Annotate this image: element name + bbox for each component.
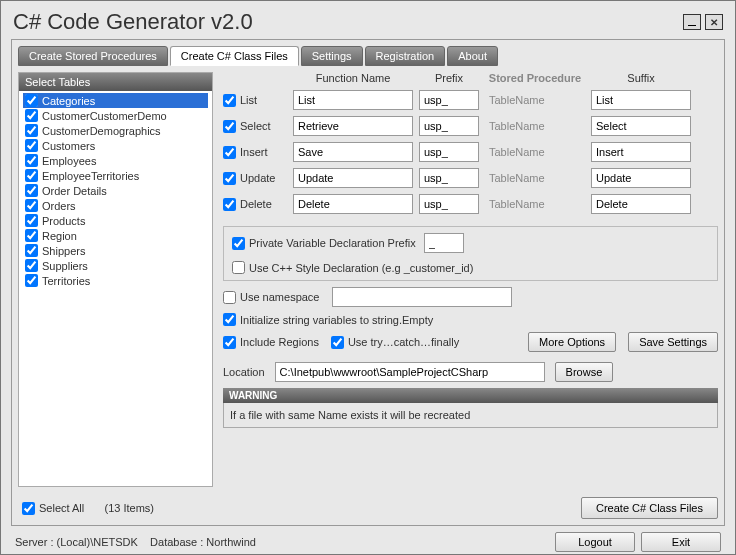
use-try-catch-checkbox[interactable]: Use try…catch…finally	[331, 336, 459, 349]
func-suffix-input[interactable]	[591, 168, 691, 188]
create-class-files-button[interactable]: Create C# Class Files	[581, 497, 718, 519]
table-row[interactable]: Products	[23, 213, 208, 228]
table-checkbox[interactable]	[25, 199, 38, 212]
func-prefix-input[interactable]	[419, 116, 479, 136]
func-name-input[interactable]	[293, 116, 413, 136]
bottom-row: Select All (13 Items) Create C# Class Fi…	[18, 497, 718, 519]
tables-list[interactable]: CategoriesCustomerCustomerDemoCustomerDe…	[19, 91, 212, 486]
table-checkbox[interactable]	[25, 259, 38, 272]
pvdp-input[interactable]	[424, 233, 464, 253]
options-group: Use namespace Initialize string variable…	[223, 287, 718, 352]
pvdp-checkbox[interactable]: Private Variable Declaration Prefix	[232, 237, 416, 250]
tab-about[interactable]: About	[447, 46, 498, 66]
function-columns-header: Function Name Prefix Stored Procedure Su…	[293, 72, 718, 84]
tables-panel-header: Select Tables	[19, 73, 212, 91]
table-row[interactable]: CustomerCustomerDemo	[23, 108, 208, 123]
tab-create-c-class-files[interactable]: Create C# Class Files	[170, 46, 299, 66]
logout-button[interactable]: Logout	[555, 532, 635, 552]
table-checkbox[interactable]	[25, 244, 38, 257]
more-options-button[interactable]: More Options	[528, 332, 616, 352]
table-checkbox[interactable]	[25, 139, 38, 152]
func-prefix-input[interactable]	[419, 168, 479, 188]
table-row[interactable]: CustomerDemographics	[23, 123, 208, 138]
cpp-style-checkbox[interactable]: Use C++ Style Declaration (e.g _customer…	[232, 261, 473, 274]
warning-body: If a file with same Name exists it will …	[223, 403, 718, 428]
table-row[interactable]: Shippers	[23, 243, 208, 258]
select-all-checkbox[interactable]: Select All (13 Items)	[22, 502, 154, 515]
function-row: SelectTableName	[223, 116, 718, 136]
col-stored-procedure: Stored Procedure	[485, 72, 585, 84]
tab-settings[interactable]: Settings	[301, 46, 363, 66]
table-name: Categories	[42, 95, 95, 107]
location-row: Location Browse	[223, 362, 718, 382]
functions-grid: ListTableNameSelectTableNameInsertTableN…	[223, 90, 718, 220]
close-button[interactable]: ✕	[705, 14, 723, 30]
func-enable-list[interactable]: List	[223, 94, 287, 107]
table-row[interactable]: Territories	[23, 273, 208, 288]
warning-header: WARNING	[223, 388, 718, 403]
func-suffix-input[interactable]	[591, 194, 691, 214]
func-tablename: TableName	[485, 94, 585, 106]
table-checkbox[interactable]	[25, 169, 38, 182]
func-enable-select[interactable]: Select	[223, 120, 287, 133]
items-count: (13 Items)	[104, 502, 154, 514]
save-settings-button[interactable]: Save Settings	[628, 332, 718, 352]
func-suffix-input[interactable]	[591, 142, 691, 162]
exit-button[interactable]: Exit	[641, 532, 721, 552]
function-row: UpdateTableName	[223, 168, 718, 188]
table-name: CustomerCustomerDemo	[42, 110, 167, 122]
table-checkbox[interactable]	[25, 154, 38, 167]
table-row[interactable]: EmployeeTerritories	[23, 168, 208, 183]
options-row: Include Regions Use try…catch…finally Mo…	[223, 332, 718, 352]
use-namespace-checkbox[interactable]: Use namespace	[223, 287, 718, 307]
func-name-input[interactable]	[293, 90, 413, 110]
table-checkbox[interactable]	[25, 124, 38, 137]
table-row[interactable]: Suppliers	[23, 258, 208, 273]
table-row[interactable]: Region	[23, 228, 208, 243]
table-name: Employees	[42, 155, 96, 167]
col-function-name: Function Name	[293, 72, 413, 84]
table-name: CustomerDemographics	[42, 125, 161, 137]
table-checkbox[interactable]	[25, 94, 38, 107]
table-row[interactable]: Categories	[23, 93, 208, 108]
func-enable-delete[interactable]: Delete	[223, 198, 287, 211]
func-name-input[interactable]	[293, 142, 413, 162]
browse-button[interactable]: Browse	[555, 362, 614, 382]
func-enable-insert[interactable]: Insert	[223, 146, 287, 159]
location-label: Location	[223, 366, 265, 378]
table-checkbox[interactable]	[25, 274, 38, 287]
table-row[interactable]: Orders	[23, 198, 208, 213]
main-area: Select Tables CategoriesCustomerCustomer…	[18, 72, 718, 487]
func-prefix-input[interactable]	[419, 194, 479, 214]
include-regions-checkbox[interactable]: Include Regions	[223, 336, 319, 349]
table-checkbox[interactable]	[25, 184, 38, 197]
func-tablename: TableName	[485, 146, 585, 158]
app-window: C# Code Generator v2.0 ✕ Create Stored P…	[0, 0, 736, 555]
status-text: Server : (Local)\NETSDK Database : North…	[15, 536, 256, 548]
func-tablename: TableName	[485, 120, 585, 132]
table-row[interactable]: Employees	[23, 153, 208, 168]
table-checkbox[interactable]	[25, 229, 38, 242]
func-suffix-input[interactable]	[591, 90, 691, 110]
func-suffix-input[interactable]	[591, 116, 691, 136]
func-enable-update[interactable]: Update	[223, 172, 287, 185]
table-checkbox[interactable]	[25, 214, 38, 227]
func-name-input[interactable]	[293, 168, 413, 188]
table-checkbox[interactable]	[25, 109, 38, 122]
content-area: Create Stored ProceduresCreate C# Class …	[11, 39, 725, 526]
function-row: ListTableName	[223, 90, 718, 110]
function-row: InsertTableName	[223, 142, 718, 162]
init-string-checkbox[interactable]: Initialize string variables to string.Em…	[223, 313, 718, 326]
minimize-button[interactable]	[683, 14, 701, 30]
namespace-input[interactable]	[332, 287, 512, 307]
tab-registration[interactable]: Registration	[365, 46, 446, 66]
status-bar: Server : (Local)\NETSDK Database : North…	[1, 532, 735, 555]
table-row[interactable]: Customers	[23, 138, 208, 153]
location-input[interactable]	[275, 362, 545, 382]
func-prefix-input[interactable]	[419, 90, 479, 110]
tab-create-stored-procedures[interactable]: Create Stored Procedures	[18, 46, 168, 66]
status-buttons: Logout Exit	[555, 532, 721, 552]
func-prefix-input[interactable]	[419, 142, 479, 162]
func-name-input[interactable]	[293, 194, 413, 214]
table-row[interactable]: Order Details	[23, 183, 208, 198]
